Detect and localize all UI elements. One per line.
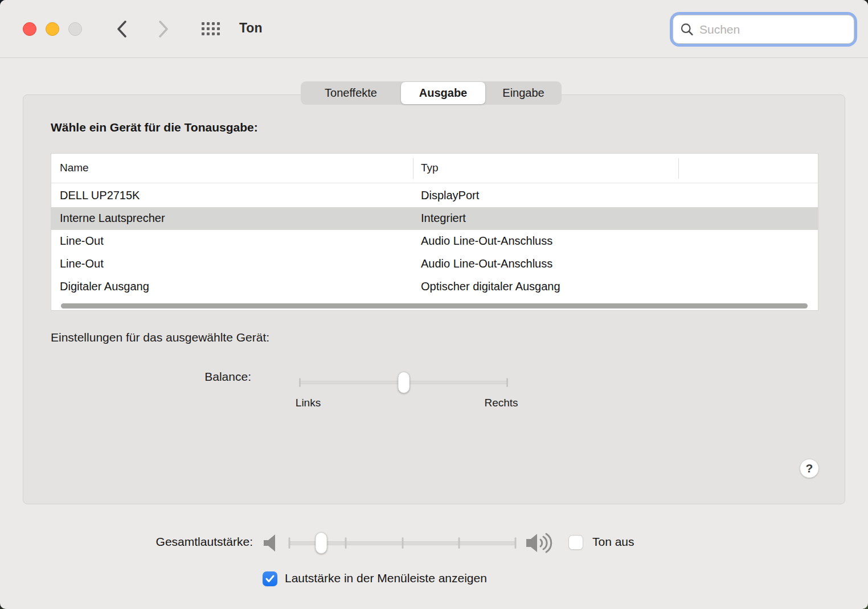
balance-slider[interactable] <box>299 372 508 393</box>
device-type-cell: Optischer digitaler Ausgang <box>421 280 560 293</box>
column-header-typ[interactable]: Typ <box>421 162 439 174</box>
device-table: Name Typ DELL UP2715KDisplayPortInterne … <box>51 153 818 311</box>
show-all-grid-icon[interactable] <box>202 22 220 35</box>
help-button[interactable]: ? <box>800 459 819 478</box>
device-type-cell: Integriert <box>421 212 466 225</box>
zoom-button <box>68 22 82 36</box>
sound-preferences-window: Ton Toneffekte Ausgabe Eingabe Wähle ein… <box>0 0 868 609</box>
device-type-cell: Audio Line-Out-Anschluss <box>421 257 552 270</box>
volume-tick <box>345 537 347 549</box>
forward-chevron-icon <box>158 20 169 38</box>
back-chevron-icon <box>117 20 127 38</box>
minimize-button[interactable] <box>46 22 59 36</box>
column-divider <box>413 158 413 179</box>
table-row[interactable]: Line-OutAudio Line-Out-Anschluss <box>51 230 818 253</box>
volume-tick <box>402 537 403 549</box>
device-name-cell: Interne Lautsprecher <box>60 212 165 225</box>
table-header: Name Typ <box>51 154 818 183</box>
master-volume-label: Gesamtlautstärke: <box>82 535 253 549</box>
device-heading: Wähle ein Gerät für die Tonausgabe: <box>51 121 258 134</box>
device-type-cell: Audio Line-Out-Anschluss <box>421 234 552 248</box>
search-input[interactable] <box>694 23 854 36</box>
volume-slider-thumb[interactable] <box>315 532 327 554</box>
mute-label[interactable]: Ton aus <box>592 535 634 549</box>
output-panel: Wähle ein Gerät für die Tonausgabe: Name… <box>23 94 845 504</box>
device-name-cell: Digitaler Ausgang <box>60 280 149 293</box>
device-name-cell: Line-Out <box>60 257 104 270</box>
balance-label: Balance: <box>137 370 251 384</box>
tab-eingabe[interactable]: Eingabe <box>485 81 562 105</box>
search-field[interactable] <box>673 15 854 44</box>
master-volume-slider[interactable] <box>289 532 515 554</box>
settings-label: Einstellungen für das ausgewählte Gerät: <box>51 331 269 344</box>
volume-tick <box>458 537 460 549</box>
column-header-name[interactable]: Name <box>60 162 89 174</box>
tab-ausgabe[interactable]: Ausgabe <box>401 82 485 104</box>
forward-button <box>153 19 174 39</box>
speaker-high-icon <box>525 531 556 555</box>
table-row[interactable]: DELL UP2715KDisplayPort <box>51 184 818 207</box>
device-table-body: DELL UP2715KDisplayPortInterne Lautsprec… <box>51 184 818 298</box>
table-row[interactable]: Digitaler AusgangOptischer digitaler Aus… <box>51 275 818 298</box>
volume-tick <box>289 537 290 549</box>
table-row[interactable]: Interne LautsprecherIntegriert <box>51 207 818 230</box>
search-icon <box>680 22 694 37</box>
search-field-focus-ring <box>670 12 857 47</box>
menubar-volume-label[interactable]: Lautstärke in der Menüleiste anzeigen <box>285 571 487 585</box>
horizontal-scrollbar[interactable] <box>61 303 808 308</box>
device-name-cell: Line-Out <box>60 234 104 248</box>
device-name-cell: DELL UP2715K <box>60 189 140 202</box>
balance-left-label: Links <box>268 397 348 409</box>
balance-slider-thumb[interactable] <box>398 372 410 393</box>
mute-checkbox[interactable] <box>568 535 583 550</box>
page-title: Ton <box>239 20 262 36</box>
back-button[interactable] <box>112 19 132 39</box>
volume-tick <box>515 537 517 549</box>
device-type-cell: DisplayPort <box>421 189 479 202</box>
tab-toneffekte[interactable]: Toneffekte <box>301 81 401 105</box>
table-row[interactable]: Line-OutAudio Line-Out-Anschluss <box>51 253 818 275</box>
menubar-volume-checkbox[interactable] <box>263 571 277 586</box>
tab-bar: Toneffekte Ausgabe Eingabe <box>301 81 562 105</box>
balance-right-label: Rechts <box>461 397 541 409</box>
balance-tick-left <box>299 378 301 387</box>
help-button-label: ? <box>806 462 813 475</box>
column-divider <box>678 158 679 179</box>
title-bar: Ton <box>0 0 868 58</box>
balance-tick-right <box>506 378 508 387</box>
speaker-low-icon <box>261 533 281 553</box>
close-button[interactable] <box>23 22 36 36</box>
check-icon <box>265 575 275 583</box>
